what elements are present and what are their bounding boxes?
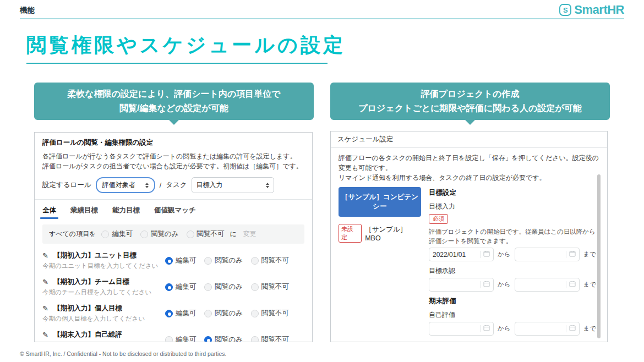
date-to-input[interactable] [515, 278, 580, 292]
radio-option[interactable]: 編集可 [165, 282, 197, 292]
edit-pencil-icon: ✎ [42, 331, 48, 339]
permission-radio-group: 編集可 閲覧のみ 閲覧不可 [165, 256, 304, 265]
radio-icon[interactable] [251, 310, 259, 317]
tab[interactable]: 業績目標 [70, 206, 98, 219]
radio-option-label: 閲覧不可 [261, 309, 289, 318]
radio-option-label: 閲覧不可 [261, 256, 289, 265]
permission-item: ✎ 【期末入力】自己総評 今期の個人総評を入力してください [42, 330, 145, 342]
radio-icon[interactable] [251, 283, 259, 291]
schedule-panel: スケジュール設定 評価フローの各タスクの開始日と終了日を設定し「保存」を押してく… [330, 131, 608, 342]
project-item[interactable]: 未設定 ［サンプル］MBO [339, 224, 421, 243]
radio-option[interactable]: 閲覧不可 [251, 335, 289, 342]
radio-icon[interactable] [165, 257, 173, 265]
permission-item-label: 【期初入力】個人目標 [53, 304, 122, 313]
calendar-icon[interactable] [569, 325, 576, 333]
project-list: ［サンプル］コンピテンシー 未設定 ［サンプル］MBO [339, 187, 421, 342]
calendar-icon[interactable] [483, 250, 490, 259]
role-task-separator: / [160, 182, 161, 189]
bulk-change-button[interactable]: 変更 [243, 229, 256, 239]
radio-option-label: 閲覧のみ [151, 229, 179, 239]
task-select-label: タスク [166, 180, 187, 190]
permission-item-description: 今期のチーム目標を入力してください [42, 288, 151, 297]
radio-icon[interactable] [140, 231, 148, 238]
required-badge: 必須 [429, 214, 448, 224]
permission-row: ✎ 【期初入力】個人目標 今期の個人目標を入力してください 編集可 閲覧のみ 閲… [42, 304, 304, 323]
radio-option[interactable]: 閲覧不可 [251, 256, 289, 265]
radio-option-label: 編集可 [176, 309, 197, 318]
schedule-field: 目標入力 必須 評価プロジェクトの開始日です。従業員はこの日以降から評価シートを… [429, 202, 599, 261]
date-from-input[interactable]: 2022/01/01 [429, 248, 494, 261]
radio-icon[interactable] [204, 310, 212, 317]
calendar-icon[interactable] [483, 325, 490, 333]
slide-category-label: 機能 [20, 6, 35, 15]
date-to-input[interactable] [515, 248, 580, 261]
date-from-input[interactable] [429, 322, 494, 336]
radio-option[interactable]: 編集可 [165, 256, 197, 265]
radio-icon[interactable] [204, 257, 212, 265]
radio-option[interactable]: 閲覧のみ [204, 335, 243, 342]
radio-option[interactable]: 編集可 [165, 335, 197, 342]
vertical-scrollbar[interactable] [597, 174, 601, 338]
permission-item-description: 今期の個人総評を入力してください [42, 341, 145, 342]
bulk-suffix: に [230, 229, 237, 239]
radio-option[interactable]: 閲覧不可 [251, 282, 289, 292]
task-select[interactable]: 目標入力 [192, 177, 274, 193]
permission-row: ✎ 【期初入力】チーム目標 今期のチーム目標を入力してください 編集可 閲覧のみ… [42, 277, 304, 297]
permission-item-description: 今期のユニット目標を入力してください [42, 262, 158, 270]
radio-option[interactable]: 編集可 [165, 309, 197, 318]
calendar-icon[interactable] [483, 281, 490, 289]
date-from-value: 2022/01/01 [433, 251, 480, 259]
permission-item: ✎ 【期初入力】チーム目標 今期のチーム目標を入力してください [42, 277, 151, 297]
radio-icon[interactable] [165, 310, 173, 317]
radio-option-label: 閲覧不可 [261, 335, 289, 342]
radio-option[interactable]: 閲覧のみ [140, 229, 179, 239]
date-from-label: から [498, 325, 511, 333]
tab[interactable]: 能力目標 [112, 206, 140, 219]
radio-option[interactable]: 閲覧のみ [204, 256, 243, 265]
callout-line: 閲覧/編集などの設定が可能 [119, 101, 228, 116]
radio-icon[interactable] [204, 336, 212, 343]
schedule-content: ［サンプル］コンピテンシー 未設定 ［サンプル］MBO 目標設定 目標入力 必須… [339, 187, 599, 342]
schedule-field: 目標承認 から まで [429, 266, 599, 292]
smarthr-logo-icon: S [559, 4, 571, 16]
role-select[interactable]: 評価対象者 [96, 177, 155, 193]
radio-icon[interactable] [101, 231, 109, 238]
radio-icon[interactable] [251, 336, 259, 343]
radio-option[interactable]: 閲覧不可 [187, 229, 225, 239]
date-to-label: まで [583, 281, 597, 289]
project-item-active[interactable]: ［サンプル］コンピテンシー [339, 187, 421, 217]
status-badge-unset: 未設定 [339, 224, 362, 243]
date-to-input[interactable] [515, 322, 580, 336]
radio-option[interactable]: 閲覧不可 [251, 309, 289, 318]
schedule-panel-title: スケジュール設定 [331, 131, 607, 148]
radio-icon[interactable] [165, 336, 173, 343]
tab[interactable]: 全体 [42, 206, 56, 219]
schedule-field: 自己評価 から まで [429, 310, 599, 336]
smarthr-logo-text: SmartHR [574, 3, 624, 17]
radio-icon[interactable] [187, 231, 194, 238]
calendar-icon[interactable] [569, 281, 576, 289]
date-from-input[interactable] [429, 278, 494, 292]
radio-option[interactable]: 閲覧のみ [204, 309, 243, 318]
schedule-section-heading: 目標設定 [429, 188, 599, 198]
permission-item-label: 【期初入力】チーム目標 [53, 277, 129, 287]
radio-option[interactable]: 閲覧のみ [204, 282, 243, 292]
confidential-footer: © SmartHR, Inc. / Confidential - Not to … [20, 350, 226, 357]
calendar-icon[interactable] [569, 250, 576, 259]
radio-option[interactable]: 編集可 [101, 229, 133, 239]
schedule-section-heading: 期末評価 [429, 297, 599, 306]
schedule-field-label: 1次評価 [429, 341, 599, 342]
schedule-field: 1次評価 から まで [429, 341, 599, 342]
role-task-row: 設定するロール 評価対象者 / タスク 目標入力 [42, 177, 304, 193]
radio-icon[interactable] [251, 257, 259, 265]
radio-icon[interactable] [204, 283, 212, 291]
tab[interactable]: 価値観マッチ [154, 206, 196, 219]
radio-icon[interactable] [165, 283, 173, 291]
task-select-value: 目標入力 [197, 180, 223, 190]
bulk-permission-bar: すべての項目を 編集可 閲覧のみ 閲覧不可 に 変更 [42, 224, 304, 244]
role-select-value: 評価対象者 [102, 180, 135, 190]
date-range-row: 2022/01/01 から まで [429, 248, 599, 261]
edit-pencil-icon: ✎ [42, 278, 48, 286]
slide: 機能 S SmartHR 閲覧権限やスケジュールの設定 柔軟な権限の設定により、… [0, 0, 644, 362]
schedule-field-label: 目標承認 [429, 266, 599, 276]
